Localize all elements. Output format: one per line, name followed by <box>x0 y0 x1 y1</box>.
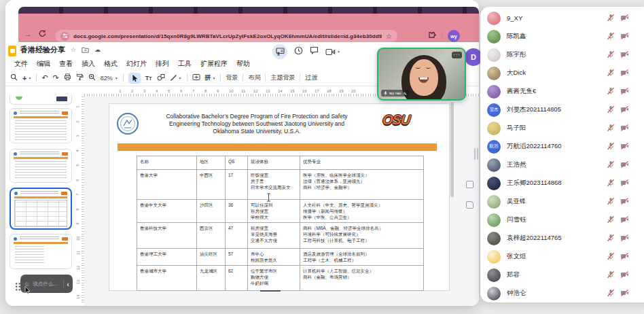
menu-item[interactable]: 扩展程序 <box>200 59 228 69</box>
slideshow-button[interactable] <box>272 44 287 59</box>
table-cell: 人文社科（中文、历史、哲学亚洲顶尖）传播学（新闻与传媒）医学（中医、公共卫生） <box>300 200 424 223</box>
participant-row[interactable]: 大Dick <box>480 64 644 82</box>
document-title[interactable]: 香港经验分享 <box>20 45 65 55</box>
table-cell: 商科（MBA、金融、经济学全球排名高）环境科学（可持续发展研究）工程与科技（计算… <box>300 223 424 249</box>
ruler-number: 11 <box>76 251 80 255</box>
collapse-chat-icon[interactable]: ‹ <box>67 281 69 287</box>
side-panel-icon[interactable] <box>466 181 473 188</box>
star-document-icon[interactable]: ☆ <box>71 46 76 53</box>
forward-icon[interactable]: → <box>24 30 32 39</box>
zoom-in-icon[interactable] <box>88 73 96 82</box>
slide-thumbnail-selected[interactable] <box>10 188 72 230</box>
participant-row[interactable]: 郑容 <box>480 266 644 284</box>
webcam-video-tile[interactable]: ··· wy rao ✎ <box>377 48 466 101</box>
participant-row[interactable]: 航滔万航滔2022114760 <box>480 137 644 156</box>
menu-item[interactable]: 查看 <box>59 59 73 69</box>
table-cell: 吃饭便宜房子贵日常学术交流用英文 <box>248 170 300 200</box>
line-tool[interactable]: ▼ <box>170 74 182 82</box>
participant-row[interactable]: 马子阳 <box>480 119 644 137</box>
extensions-icon[interactable] <box>427 30 436 42</box>
meet-camera-icon[interactable]: ▼ <box>325 48 340 56</box>
search-menus-icon[interactable] <box>10 73 18 82</box>
reload-icon[interactable] <box>38 29 46 39</box>
menu-item[interactable]: 排列 <box>156 59 169 69</box>
menu-item[interactable]: 幻灯片 <box>126 59 147 69</box>
menu-item[interactable]: 帮助 <box>236 59 250 69</box>
undo-icon[interactable]: ↶ <box>41 73 48 82</box>
edit-name-icon[interactable]: ✎ <box>404 91 407 96</box>
shape-tool[interactable] <box>157 73 165 82</box>
video-tile-menu-button[interactable]: ··· <box>452 52 462 58</box>
panel-resize-handle[interactable] <box>474 148 478 160</box>
participant-row[interactable]: 张文炟 <box>480 247 644 266</box>
zoom-level-control[interactable]: 82%▼ <box>101 75 118 82</box>
theme-button[interactable]: 主题背景 <box>270 73 295 82</box>
menu-item[interactable]: 工具 <box>178 59 192 69</box>
slide-thumbnail[interactable] <box>10 234 72 269</box>
participant-row[interactable]: 王乐卿2023114868 <box>480 174 644 192</box>
participant-row[interactable]: 闫雪钰 <box>480 211 644 229</box>
ruler-number: 4 <box>75 150 79 152</box>
slide-thumbnail-partial[interactable] <box>10 95 72 105</box>
transition-button[interactable]: 过渡 <box>305 73 317 82</box>
vertical-ruler[interactable]: 1234567891011121314 <box>76 97 84 304</box>
print-icon[interactable] <box>64 73 71 82</box>
version-history-icon[interactable] <box>294 46 303 58</box>
participant-row[interactable]: 王浩然 <box>480 156 644 174</box>
menu-item[interactable]: 格式 <box>104 59 118 69</box>
participant-avatar <box>487 177 501 190</box>
table-cell: 位于繁华市区购物方便牛奶好喝 <box>248 266 300 291</box>
text-box-tool[interactable] <box>192 73 200 82</box>
slide-table: 名称地区QS就读体验优势专业香港大学中西区17吃饭便宜房子贵日常学术交流用英文医… <box>137 156 424 291</box>
comments-icon[interactable] <box>310 46 319 58</box>
move-folder-icon[interactable] <box>82 47 89 53</box>
ruler-number: 7 <box>192 89 194 93</box>
participant-row[interactable]: 旻杰刘旻杰2021114805 <box>480 101 644 119</box>
canvas-scrollbar[interactable] <box>450 102 454 197</box>
participant-row[interactable]: 9_XY <box>480 9 644 27</box>
slide-thumbnail[interactable] <box>10 108 72 143</box>
current-slide[interactable]: Collaborative Bachelor’s Degree Program … <box>109 103 450 291</box>
table-row: 香港中文大学沙田区36可以住深圳租房便宜学校很大人文社科（中文、历史、哲学亚洲顶… <box>137 200 424 223</box>
participant-row[interactable]: 吴亚锋 <box>480 192 644 211</box>
participant-row[interactable]: 酱酱无鱼€ <box>480 82 644 101</box>
pin-tool[interactable]: 拼▼ <box>205 73 216 82</box>
table-cell: 西贡区 <box>197 223 226 249</box>
background-button[interactable]: 背景 <box>226 73 238 82</box>
camera-muted-icon <box>620 232 629 245</box>
screen: → docs.google.com/presentation/d/15qxn0R… <box>0 0 644 314</box>
menu-item[interactable]: 编辑 <box>37 59 50 69</box>
participant-row[interactable]: 陈凯鑫 <box>480 27 644 46</box>
zoom-add-control[interactable]: +▼ <box>22 74 31 82</box>
text-tool[interactable]: TT <box>145 75 152 82</box>
select-tool[interactable] <box>128 73 141 84</box>
participant-name: 酱酱无鱼€ <box>507 87 536 96</box>
browser-profile-avatar[interactable]: wy <box>448 30 460 42</box>
menu-item[interactable]: 文件 <box>14 59 28 69</box>
participant-row[interactable]: 陈宇彤 <box>480 46 644 64</box>
chevron-down-icon: ▼ <box>179 76 182 80</box>
slides-app-icon[interactable] <box>8 46 16 56</box>
participant-name: 马子阳 <box>507 124 526 133</box>
bookmark-star-icon[interactable]: ☆ <box>386 33 392 40</box>
participant-row[interactable]: 钟浩仑 <box>480 284 644 302</box>
paint-format-icon[interactable] <box>76 73 84 82</box>
cloud-status-icon[interactable]: ☁ <box>94 46 101 53</box>
side-panel-icon[interactable] <box>466 201 473 209</box>
slide-title: Collaborative Bachelor’s Degree Program … <box>145 113 369 135</box>
slide-thumbnail[interactable] <box>10 149 72 183</box>
dock-grid-icon[interactable] <box>15 282 21 291</box>
redo-icon[interactable]: ↷ <box>53 73 59 82</box>
browser-tab-strip[interactable] <box>18 7 479 14</box>
site-settings-icon[interactable] <box>60 32 69 41</box>
selection-underline <box>260 290 281 292</box>
participant-row[interactable]: 袁梓超2022114765 <box>480 229 644 247</box>
table-cell: 62 <box>226 266 248 291</box>
chat-input[interactable]: 说点什么... <box>33 281 60 287</box>
table-cell: 香港大学 <box>137 170 197 200</box>
browser-toolbar: → docs.google.com/presentation/d/15qxn0R… <box>18 14 479 42</box>
layout-button[interactable]: 布局 <box>248 73 260 82</box>
slide-canvas[interactable]: Collaborative Bachelor’s Degree Program … <box>84 97 479 306</box>
address-bar[interactable]: docs.google.com/presentation/d/15qxn0R8g… <box>55 30 397 42</box>
menu-item[interactable]: 插入 <box>82 59 95 69</box>
